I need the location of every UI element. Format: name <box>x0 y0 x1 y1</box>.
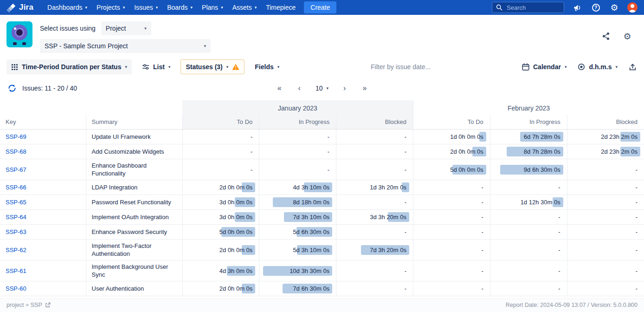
duration-cell: - <box>336 159 413 180</box>
duration-value: 2d 23h 2m 0s <box>601 133 640 140</box>
chevron-down-icon: ▾ <box>125 65 127 69</box>
view-mode-label: List <box>153 63 165 71</box>
page-size-dropdown[interactable]: 10 ▾ <box>316 84 328 92</box>
export-button[interactable] <box>628 60 638 74</box>
menu-label: Projects <box>97 4 120 11</box>
report-settings-gear-icon[interactable]: ⚙ <box>622 31 633 42</box>
feedback-megaphone-icon[interactable] <box>572 2 583 13</box>
column-header-todo-jan: To Do <box>182 115 259 130</box>
refresh-icon[interactable] <box>6 83 18 94</box>
duration-cell: - <box>490 281 567 296</box>
duration-cell: - <box>567 159 644 180</box>
chevron-down-icon: ▾ <box>156 6 158 10</box>
duration-cell: - <box>413 180 490 195</box>
menu-boards[interactable]: Boards ▾ <box>162 0 197 15</box>
time-format-dropdown[interactable]: d.h.m.s ▾ <box>577 60 618 73</box>
jira-logo-icon <box>6 3 16 13</box>
column-header-todo-feb: To Do <box>413 115 490 130</box>
duration-cell: 3d 3h 20m 0s <box>336 210 413 225</box>
menu-assets[interactable]: Assets ▾ <box>228 0 262 15</box>
menu-dashboards[interactable]: Dashboards ▾ <box>43 0 92 15</box>
create-button[interactable]: Create <box>304 1 336 13</box>
chevron-down-icon: ▾ <box>226 65 229 69</box>
duration-cell: 2d 0h 0m 0s <box>182 240 259 260</box>
duration-value: 9d 6h 30m 0s <box>524 166 563 173</box>
issue-key-link[interactable]: SSP-68 <box>6 148 26 155</box>
issue-key-link[interactable]: SSP-61 <box>6 267 26 274</box>
issue-key-link[interactable]: SSP-65 <box>6 199 26 206</box>
duration-value: - <box>251 148 255 155</box>
calendar-icon <box>522 63 529 71</box>
chevron-down-icon: ▾ <box>221 6 223 10</box>
duration-value: - <box>405 228 409 235</box>
table-row: SSP-64Implement OAuth Integration3d 0h 0… <box>0 210 644 225</box>
fields-dropdown[interactable]: Fields ▾ <box>254 60 280 73</box>
issue-source-selectors: Select issues using Project ▾ SSP - Samp… <box>40 21 211 53</box>
share-icon[interactable] <box>600 31 612 42</box>
issue-key-cell: SSP-68 <box>0 144 86 159</box>
chevron-down-icon: ▾ <box>123 6 125 10</box>
first-page-button[interactable]: « <box>276 84 283 93</box>
help-icon[interactable]: ? <box>590 2 601 13</box>
user-avatar[interactable] <box>627 2 638 13</box>
issue-key-link[interactable]: SSP-63 <box>6 228 26 235</box>
chevron-down-icon: ▾ <box>168 65 171 69</box>
report-date-version: Report Date: 2024-05-09 13:07 / Version:… <box>506 302 638 308</box>
duration-value: - <box>636 267 640 274</box>
duration-value: 6d 7h 28m 0s <box>524 133 563 140</box>
issues-table-body: SSP-69Update UI Framework---1d 0h 0m 0s6… <box>0 130 644 296</box>
menu-plans[interactable]: Plans ▾ <box>197 0 228 15</box>
view-mode-dropdown[interactable]: List ▾ <box>141 60 171 73</box>
issue-summary-cell: Implement Two-Factor Authentication <box>86 240 182 260</box>
duration-value: - <box>328 133 332 140</box>
list-view-icon <box>142 63 149 71</box>
duration-value: - <box>481 184 486 191</box>
pager: « ‹ 10 ▾ › » <box>276 84 369 93</box>
next-page-button[interactable]: › <box>341 84 348 93</box>
duration-value: - <box>405 166 409 173</box>
issue-date-filter-input[interactable] <box>350 63 452 71</box>
issue-key-link[interactable]: SSP-60 <box>6 285 26 292</box>
duration-cell: - <box>413 210 490 225</box>
issue-key-link[interactable]: SSP-62 <box>6 247 26 254</box>
statuses-dropdown[interactable]: Statuses (3) ▾ <box>180 59 245 74</box>
prev-page-button[interactable]: ‹ <box>296 84 303 93</box>
jql-query-link[interactable]: project = SSP <box>6 302 51 308</box>
issue-key-link[interactable]: SSP-66 <box>6 184 26 191</box>
report-type-dropdown[interactable]: Time-Period Duration per Status ▾ <box>6 59 132 74</box>
menu-timepiece[interactable]: Timepiece <box>261 0 300 15</box>
duration-value: 3d 3h 20m 0s <box>370 214 409 221</box>
issue-key-link[interactable]: SSP-67 <box>6 166 26 173</box>
table-row: SSP-68Add Customizable Widgets---2d 0h 0… <box>0 144 644 159</box>
duration-value: - <box>558 267 563 274</box>
project-dropdown[interactable]: SSP - Sample Scrum Project ▾ <box>40 39 211 53</box>
jira-logo[interactable]: Jira <box>6 3 33 13</box>
duration-value: - <box>636 247 640 254</box>
duration-value: 1d 12h 30m 0s <box>521 199 563 206</box>
menu-issues[interactable]: Issues ▾ <box>129 0 162 15</box>
menu-label: Dashboards <box>47 4 83 11</box>
issue-key-cell: SSP-69 <box>0 130 86 144</box>
column-header-inprogress-feb: In Progress <box>490 115 567 130</box>
settings-gear-icon[interactable]: ⚙ <box>609 2 620 13</box>
column-header-blocked-jan: Blocked <box>336 115 413 130</box>
duration-cell: 8d 18h 0m 0s <box>259 195 336 210</box>
last-page-button[interactable]: » <box>361 84 368 93</box>
issue-key-link[interactable]: SSP-64 <box>6 214 26 221</box>
chevron-down-icon: ▾ <box>255 6 257 10</box>
duration-cell: - <box>336 130 413 144</box>
time-format-label: d.h.m.s <box>589 63 612 71</box>
duration-cell: - <box>567 240 644 260</box>
issue-key-link[interactable]: SSP-69 <box>6 133 26 140</box>
duration-value: - <box>405 148 409 155</box>
issue-source-dropdown[interactable]: Project ▾ <box>101 21 151 35</box>
issue-key-cell: SSP-67 <box>0 159 86 180</box>
header-actions: ⚙ <box>600 21 638 42</box>
issue-summary-cell: Add Customizable Widgets <box>86 144 182 159</box>
duration-value: 2d 0h 0m 0s <box>219 184 256 191</box>
calendar-dropdown[interactable]: Calendar ▾ <box>521 60 567 73</box>
search-input[interactable] <box>506 4 560 12</box>
duration-value: 1d 0h 0m 0s <box>450 133 486 140</box>
menu-label: Issues <box>134 4 153 11</box>
menu-projects[interactable]: Projects ▾ <box>92 0 129 15</box>
